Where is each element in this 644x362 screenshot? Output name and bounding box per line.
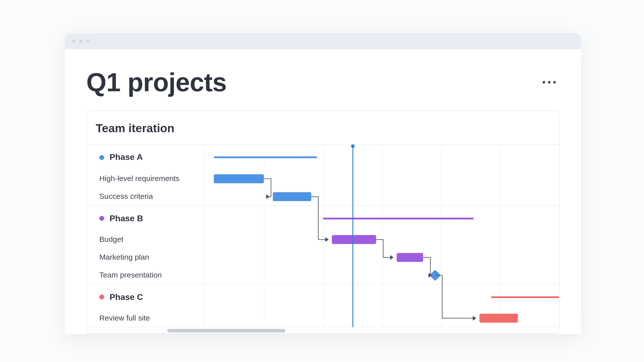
card-title: Team iteration: [87, 111, 559, 144]
dots-icon: [553, 81, 556, 83]
gantt-task-label[interactable]: Budget: [87, 231, 205, 248]
window-minimize-icon[interactable]: [79, 39, 83, 43]
gantt-task-bar[interactable]: [214, 174, 264, 183]
gantt-group-name: Phase C: [110, 292, 143, 302]
gantt-task-label[interactable]: Marketing plan: [87, 248, 205, 266]
gantt-task-bar[interactable]: [397, 253, 423, 262]
gantt-now-line: [352, 145, 353, 327]
window-maximize-icon[interactable]: [86, 39, 90, 43]
gantt-row-labels: Phase A High-level requirements Success …: [87, 145, 205, 327]
gantt-timeline[interactable]: [205, 145, 559, 327]
gantt-group-span[interactable]: [214, 156, 317, 158]
gantt-card: Team iteration Phase A High-level requir…: [86, 110, 559, 334]
gantt-task-label[interactable]: High-level requirements: [87, 170, 205, 188]
gantt-task-bar[interactable]: [273, 192, 311, 201]
gantt-group-span[interactable]: [323, 218, 473, 219]
window-titlebar: [65, 33, 581, 49]
phase-color-icon: [99, 295, 104, 300]
gantt-chart: Phase A High-level requirements Success …: [87, 144, 559, 327]
gantt-milestone[interactable]: [429, 269, 441, 281]
gantt-horizontal-scrollbar[interactable]: [87, 327, 559, 333]
page-title: Q1 projects: [86, 67, 227, 97]
gantt-group-header[interactable]: Phase A: [87, 145, 205, 170]
gantt-task-label[interactable]: Team presentation: [87, 266, 205, 284]
gantt-group-header[interactable]: Phase B: [87, 206, 205, 231]
phase-color-icon: [99, 216, 104, 221]
app-window: Q1 projects Team iteration Phase A High-…: [65, 33, 581, 334]
gantt-group-header[interactable]: Phase C: [87, 284, 205, 309]
dots-icon: [548, 81, 551, 83]
gantt-group-span[interactable]: [491, 296, 559, 298]
gantt-task-label[interactable]: Success criteria: [87, 188, 205, 206]
scrollbar-thumb[interactable]: [167, 329, 285, 332]
phase-color-icon: [99, 155, 104, 160]
dots-icon: [542, 81, 545, 83]
gantt-group-name: Phase B: [110, 213, 143, 223]
gantt-group-name: Phase A: [110, 152, 143, 162]
gantt-task-bar[interactable]: [332, 235, 376, 244]
gantt-task-bar[interactable]: [479, 314, 518, 323]
more-options-button[interactable]: [539, 77, 559, 87]
gantt-task-label[interactable]: Review full site: [87, 309, 205, 327]
window-close-icon[interactable]: [72, 39, 75, 43]
page-header: Q1 projects: [65, 49, 581, 111]
